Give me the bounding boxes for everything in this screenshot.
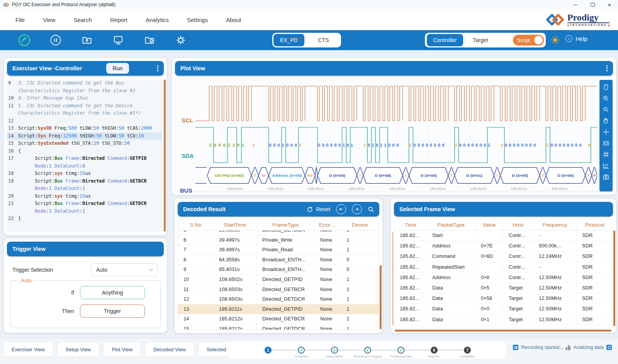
selected-frame-title: Selected Frame View (394, 206, 455, 212)
table-row[interactable]: 10108.6502sDirected_GETPIDNone1 (178, 275, 379, 285)
table-row[interactable]: 185.82...Data0×1Target12.50MHzSDR (394, 315, 613, 325)
decoded-table: S.NoStartTimeFrameTypeError ...Device 51… (178, 220, 379, 330)
table-row[interactable]: 639.4997sPrivate_WriteNone1 (178, 235, 379, 245)
menu-item-search[interactable]: Search (73, 17, 92, 23)
column-header[interactable]: Protocol (577, 220, 613, 230)
svg-text:0: 0 (318, 143, 320, 147)
column-header[interactable]: Device (341, 220, 379, 230)
column-header[interactable]: Host (503, 220, 533, 230)
table-row[interactable]: 185.82...Data0×58Target12.50MHzSDR (394, 293, 613, 304)
exerciser-scrollbar[interactable] (164, 80, 166, 232)
exerciser-run-button[interactable] (18, 34, 31, 46)
column-header[interactable]: FrameType (257, 220, 315, 230)
menu-item-settings[interactable]: Settings (187, 17, 208, 23)
menu-item-report[interactable]: Report (110, 17, 127, 23)
mode-controller-button[interactable]: Controller (427, 34, 463, 46)
menu-item-view[interactable]: View (43, 17, 55, 23)
grid-icon[interactable] (602, 151, 610, 158)
view-button-plot-view[interactable]: Plot View (103, 342, 141, 357)
split-view-icon[interactable] (602, 139, 610, 147)
column-header[interactable]: PacketType (427, 220, 475, 230)
pan-hand-icon[interactable] (602, 117, 610, 125)
decoded-scrollbar[interactable] (380, 265, 382, 329)
view-button-decoded-view[interactable]: Decoded View (145, 342, 194, 357)
table-row[interactable]: 11108.6503sDirected_GETBCRNone1 (178, 285, 379, 295)
column-header[interactable]: S.No (178, 220, 214, 230)
table-row[interactable]: 185.82...Data0×0Target12.50MHzSDR (394, 325, 613, 328)
mode-switcher: Controller Target Script (425, 33, 546, 47)
settings-button[interactable] (175, 34, 187, 46)
script-toggle[interactable]: Script (513, 35, 544, 46)
zoom-out-icon[interactable] (602, 106, 610, 113)
table-row[interactable]: 185.82...RepeatedStartContr...-SDR (394, 262, 613, 273)
minimize-button[interactable] (567, 0, 584, 9)
table-row[interactable]: 985.4031sBroadcast_ENTH...None0 (178, 265, 379, 275)
table-row[interactable]: 14185.8212sDirected_GETBCRNone1 (178, 314, 379, 324)
plot-menu-icon[interactable] (606, 65, 613, 71)
tab-ex-pd[interactable]: EX_PD (273, 34, 304, 46)
svg-text:0: 0 (588, 143, 590, 147)
table-row[interactable]: 13185.8211sDirected_GETPIDNone1 (178, 305, 379, 315)
menu-item-file[interactable]: File (15, 17, 25, 23)
run-button[interactable]: Run (106, 63, 129, 74)
zoom-in-icon[interactable] (602, 95, 610, 102)
pause-button[interactable] (49, 34, 62, 46)
brand-logo: Prodigy TECHNOVATIONS (546, 13, 610, 27)
svg-text:185.821s: 185.821s (308, 187, 324, 191)
cursor-mouse-icon[interactable] (602, 83, 610, 91)
search-icon[interactable] (368, 206, 374, 213)
menu-item-about[interactable]: About (226, 17, 241, 23)
titlebar: PGY I3C Exerciser and Protocol Analyzer … (0, 0, 618, 10)
svg-text:0: 0 (579, 143, 581, 147)
svg-text:1: 1 (501, 143, 503, 147)
table-row[interactable]: 185.82...Command0×8DContr...12.24MHzSDR (394, 251, 613, 262)
prev-frame-button[interactable] (336, 204, 346, 214)
table-row[interactable]: 12108.6503sDirected_GETDCRNone1 (178, 295, 379, 305)
svg-text:1: 1 (228, 143, 230, 147)
table-row[interactable]: 739.4997sPrivate_ReadNone1 (178, 245, 379, 255)
trigger-selection-dropdown[interactable]: Auto (91, 263, 158, 276)
trigger-if-button[interactable]: Anything (80, 286, 145, 299)
selected-frame-vscrollbar[interactable] (613, 230, 615, 326)
selected-frame-hscrollbar[interactable] (395, 330, 611, 332)
table-row[interactable]: 185.82...Data0×0Target12.50MHzSDR (394, 304, 613, 314)
column-header[interactable]: Time (394, 220, 427, 230)
svg-text:0: 0 (471, 143, 474, 147)
tab-cts[interactable]: CTS (307, 37, 340, 43)
table-row[interactable]: 15185.8212sDirected_GETDCRNone1 (178, 324, 379, 330)
help-button[interactable]: i Help (565, 35, 587, 42)
table-row[interactable]: 185.82...Address0×8Contr...12.50MHzSDR (394, 273, 613, 283)
column-header[interactable]: Value (475, 220, 503, 230)
trigger-then-button[interactable]: Trigger (80, 305, 145, 318)
menu-item-analytics[interactable]: Analytics (146, 17, 169, 23)
table-row[interactable]: 185.82...StartContr...-SDR (394, 230, 613, 241)
table-row[interactable]: 864.3558sBroadcast_ENTH...None0 (178, 255, 379, 265)
screenshot-camera-icon[interactable] (602, 173, 610, 181)
close-button[interactable]: × (601, 0, 618, 9)
column-header[interactable]: Error ... (315, 220, 341, 230)
waveform-area[interactable]: SCL SDA BUS 1000110110001000100000010110… (175, 80, 613, 192)
waveform-plot[interactable]: 1000110110001000100000010110101100010000… (195, 81, 597, 191)
export-folder-button[interactable] (81, 34, 93, 46)
column-header[interactable]: StartTime (214, 220, 257, 230)
column-header[interactable]: Frequency (533, 220, 577, 230)
next-frame-button[interactable] (352, 204, 362, 214)
view-button-exerciser-view[interactable]: Exerciser View (3, 342, 53, 357)
mode-target-button[interactable]: Target (466, 37, 495, 43)
svg-text:0: 0 (286, 143, 289, 147)
app-logo-icon (3, 2, 9, 7)
maximize-button[interactable] (584, 0, 601, 9)
move-icon[interactable] (602, 128, 610, 136)
view-button-setup-view[interactable]: Setup View (57, 342, 100, 357)
progress-step: 6Stop Run (431, 347, 438, 354)
exerciser-menu-icon[interactable] (157, 65, 164, 71)
save-location-button[interactable] (143, 34, 156, 46)
trigger-title: Trigger View (7, 246, 46, 252)
theme-button[interactable] (551, 36, 560, 46)
table-row[interactable]: 185.82...Address0×7EContr...500.00k...SD… (394, 241, 613, 251)
device-connect-button[interactable] (112, 34, 124, 46)
reset-button[interactable]: Reset (307, 206, 330, 213)
chart-icon[interactable] (602, 162, 610, 169)
table-row[interactable]: 185.82...Data0×5Target12.50MHzSDR (394, 283, 613, 293)
code-editor[interactable]: 93. I3C Directed command to get the BusC… (7, 80, 162, 232)
